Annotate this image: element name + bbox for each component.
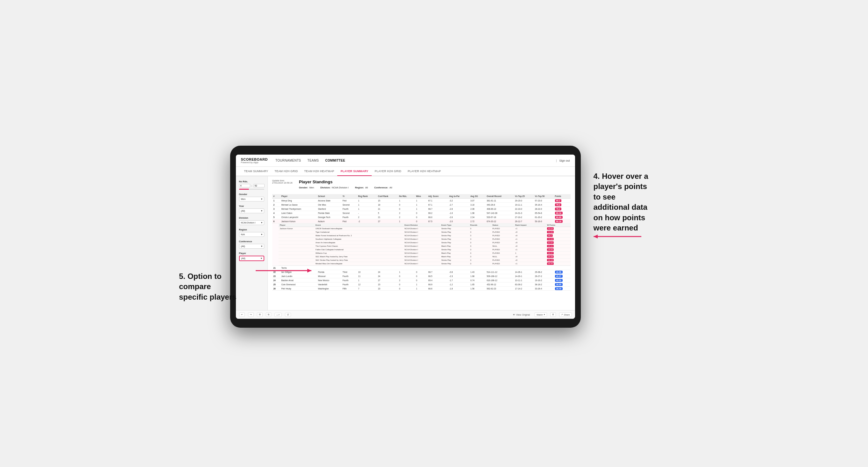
annotation-top-right: 4. Hover over aplayer's pointsto seeaddi… xyxy=(593,171,689,233)
no-rds-slider[interactable] xyxy=(239,189,264,190)
col-rank: # xyxy=(272,194,280,198)
points-badge[interactable]: 78.2 xyxy=(555,208,562,210)
no-rds-max-input[interactable] xyxy=(253,184,265,187)
w-points-badge[interactable]: 73.33 xyxy=(547,238,554,240)
clock-button[interactable]: ⏱ xyxy=(285,313,291,317)
update-date: 27/01/2024 16:56:26 xyxy=(272,182,292,184)
table-row: 3 Michael Thorbjornsen Stanford Fourth 1… xyxy=(272,207,570,211)
region-select[interactable]: N/A ▾ xyxy=(239,232,264,237)
table-header-row: Update time: 27/01/2024 16:56:26 Player … xyxy=(272,180,570,192)
toolbar: ↩ ↪ ⚙ ⧉ —+ ⏱ 👁 View: Original Watch ▾ ⬇ xyxy=(236,310,575,319)
sidebar-division: Division NCAA Division I ▾ xyxy=(239,216,264,225)
subnav-team-summary[interactable]: TEAM SUMMARY xyxy=(241,167,272,176)
points-badge[interactable]: 40.68 xyxy=(555,271,563,274)
w-points-badge[interactable]: 25.38 xyxy=(547,255,554,258)
dash-button[interactable]: —+ xyxy=(275,313,282,317)
points-badge[interactable]: 38.49 xyxy=(555,287,563,290)
w-points-badge[interactable]: 30.47 xyxy=(547,252,554,254)
w-points-badge[interactable]: 24.11 xyxy=(547,245,554,247)
points-badge[interactable]: 76.2 xyxy=(555,204,562,206)
sidebar-year-label: Year xyxy=(239,205,264,208)
update-time-label: Update time: xyxy=(272,180,292,182)
table-row: 25 Cole Sherwood Vanderbilt Fourth 12 23… xyxy=(272,282,570,287)
nav-tournaments[interactable]: TOURNAMENTS xyxy=(275,157,301,163)
points-badge[interactable]: 80.89 xyxy=(555,216,563,219)
expanded-row-item: Mirabel Maui Jim Intercollegiate NCAA Di… xyxy=(279,262,570,266)
brand-logo-area: SCOREBOARD Powered by clippi xyxy=(241,157,268,163)
expanded-header: Player Event Event Division Event Type R… xyxy=(279,223,570,227)
view-original-button[interactable]: 👁 View: Original xyxy=(511,313,531,316)
update-time-area: Update time: 27/01/2024 16:56:26 xyxy=(272,180,292,184)
points-badge[interactable]: 88.34 xyxy=(555,212,563,215)
col-conf-rank: Conf Rank xyxy=(377,194,398,198)
division-select[interactable]: NCAA Division I ▾ xyxy=(239,220,264,225)
w-points-badge[interactable]: 46.7 xyxy=(547,234,553,237)
tablet-device: SCOREBOARD Powered by clippi TOURNAMENTS… xyxy=(230,146,581,328)
w-points-badge[interactable]: 40.64 xyxy=(547,227,554,230)
points-badge[interactable]: 38.95 xyxy=(555,283,563,286)
col-vs50: Vs Top 50 xyxy=(534,194,554,198)
col-reg-rank: Reg Rank xyxy=(357,194,377,198)
w-points-badge[interactable]: 66.40 xyxy=(547,262,554,265)
w-points-badge[interactable]: 57.57 xyxy=(547,241,554,244)
col-wins: Wins xyxy=(415,194,427,198)
table-row: 1 Wenyi Ding Arizona State First 1 15 1 … xyxy=(272,198,570,203)
subnav-team-h2h-heatmap[interactable]: TEAM H2H HEATMAP xyxy=(301,167,337,176)
sidebar-region-label: Region xyxy=(239,228,264,231)
points-badge[interactable]: 40.27 xyxy=(555,275,563,278)
subnav-player-h2h-grid[interactable]: PLAYER H2H GRID xyxy=(372,167,404,176)
share-icon: ↗ xyxy=(561,313,563,316)
filter-row: Gender: Men Division: NCAA Division I Re… xyxy=(299,186,570,189)
no-rds-min-input[interactable] xyxy=(239,184,250,187)
filter-region: Region: All xyxy=(355,186,368,189)
table-row: 26 Petr Hruby Washington Fifth 7 23 0 1 … xyxy=(272,287,570,291)
sidebar-gender-label: Gender xyxy=(239,193,264,196)
share-button[interactable]: ↗ Share xyxy=(559,312,572,317)
expanded-row-item: SEC Stroke Play hosted by Jerry Pate NCA… xyxy=(279,258,570,262)
nav-teams[interactable]: TEAMS xyxy=(307,157,319,163)
table-row: 2 Michael La Sasso Ole Miss Second 1 18 … xyxy=(272,203,570,207)
year-select[interactable]: (All) ▾ xyxy=(239,209,264,213)
subnav-team-h2h-grid[interactable]: TEAM H2H GRID xyxy=(271,167,301,176)
player-select[interactable]: (All) ▾ xyxy=(239,256,264,261)
nav-committee[interactable]: COMMITTEE xyxy=(325,157,345,163)
col-no-rds: No Rds. xyxy=(398,194,415,198)
watch-button[interactable]: Watch ▾ xyxy=(534,312,547,317)
subnav-player-h2h-heatmap[interactable]: PLAYER H2H HEATMAP xyxy=(404,167,444,176)
download-button[interactable]: ⬇ xyxy=(550,312,556,317)
col-yr: Yr xyxy=(341,194,357,198)
gender-select[interactable]: Men ▾ xyxy=(239,197,264,201)
rank-cell: 1 xyxy=(272,198,280,203)
col-player: Player xyxy=(280,194,316,198)
table-row: 6 Jackson Koirun Auburn First -2 27 1 0 … xyxy=(272,219,570,223)
points-badge[interactable]: 40.02 xyxy=(555,279,563,282)
redo-button[interactable]: ↪ xyxy=(248,312,254,317)
eye-icon: 👁 xyxy=(513,314,515,316)
filter-gender: Gender: Men xyxy=(299,186,314,189)
arrow-left-indicator xyxy=(256,264,319,278)
sign-out-button[interactable]: Sign out xyxy=(559,159,570,162)
points-badge[interactable]: 68.18 xyxy=(555,220,563,223)
sub-nav: TEAM SUMMARY TEAM H2H GRID TEAM H2H HEAT… xyxy=(236,167,575,176)
sidebar-player: Player (All) ▾ xyxy=(239,252,264,261)
nav-links: TOURNAMENTS TEAMS COMMITTEE xyxy=(275,157,556,163)
conference-select[interactable]: (All) ▾ xyxy=(239,244,264,249)
expanded-events-row: Player Event Event Division Event Type R… xyxy=(272,223,570,266)
svg-marker-1 xyxy=(593,235,598,239)
sidebar-conference-label: Conference xyxy=(239,240,264,243)
col-avg-par: Avg to-Par xyxy=(448,194,469,198)
subnav-player-summary[interactable]: PLAYER SUMMARY xyxy=(337,167,371,176)
w-points-badge[interactable]: 53.60 xyxy=(547,231,554,234)
sidebar-player-label: Player xyxy=(239,252,264,255)
divider: | xyxy=(556,159,557,162)
sidebar-no-rds: No Rds. - xyxy=(239,180,264,190)
points-badge[interactable]: 88.2 xyxy=(555,199,562,202)
w-points-badge[interactable]: 16.50 xyxy=(547,248,554,251)
copy-button[interactable]: ⧉ xyxy=(266,312,271,317)
main-content: No Rds. - Gender xyxy=(236,176,575,310)
undo-button[interactable]: ↩ xyxy=(239,312,245,317)
w-points-badge[interactable]: 56.18 xyxy=(547,259,554,261)
expanded-row-item: Wake Forest Invitational at Pinehurst No… xyxy=(279,234,570,238)
expanded-row-item: Southern Highlands Collegiate NCAA Divis… xyxy=(279,238,570,241)
settings-button[interactable]: ⚙ xyxy=(257,312,263,317)
